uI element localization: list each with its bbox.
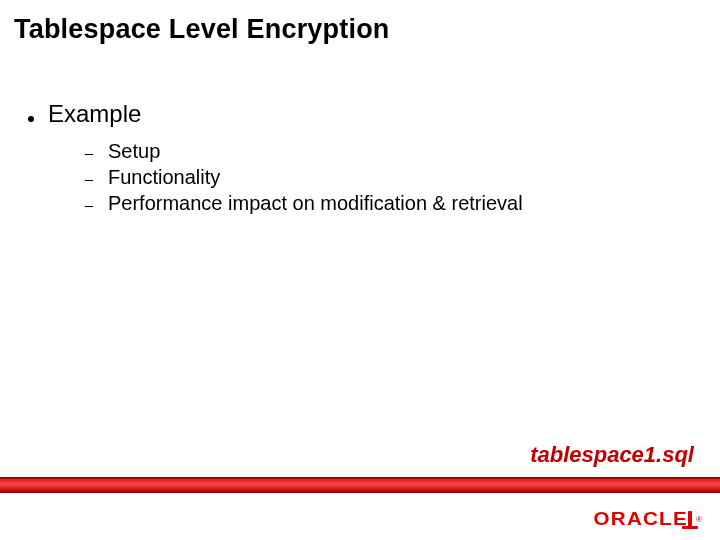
sub-bullet-text: Performance impact on modification & ret… xyxy=(108,192,523,215)
dash-icon: – xyxy=(84,144,94,161)
registered-trademark-icon: ® xyxy=(696,515,702,524)
slide-title: Tablespace Level Encryption xyxy=(14,14,390,45)
divider-bar xyxy=(0,479,720,492)
dash-icon: – xyxy=(84,170,94,187)
bullet-dot-icon xyxy=(28,116,34,122)
sub-bullet-text: Functionality xyxy=(108,166,220,189)
sub-bullet-item: – Performance impact on modification & r… xyxy=(84,192,692,215)
sub-bullet-text: Setup xyxy=(108,140,160,163)
oracle-logo: ORACLE ® xyxy=(597,508,702,530)
bullet-item: Example xyxy=(28,100,692,128)
footer-filename: tablespace1.sql xyxy=(530,442,694,468)
logo-text: ORACLE xyxy=(593,508,687,530)
slide: Tablespace Level Encryption Example – Se… xyxy=(0,0,720,540)
dash-icon: – xyxy=(84,196,94,213)
sub-bullet-item: – Setup xyxy=(84,140,692,163)
slide-content: Example – Setup – Functionality – Perfor… xyxy=(28,100,692,218)
logo-mark-icon xyxy=(688,511,692,528)
sub-bullet-item: – Functionality xyxy=(84,166,692,189)
bullet-text: Example xyxy=(48,100,141,128)
sub-bullet-list: – Setup – Functionality – Performance im… xyxy=(84,140,692,215)
